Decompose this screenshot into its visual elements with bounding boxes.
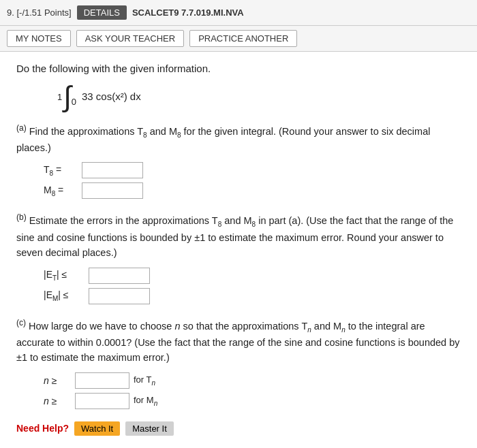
- n-mn-row: n ≥ for Mn: [44, 393, 461, 409]
- part-a: (a) Find the approximations T8 and M8 fo…: [16, 122, 461, 199]
- upper-limit: 1: [57, 92, 62, 102]
- et-row: |ET| ≤: [44, 268, 461, 284]
- part-b-letter: (b): [16, 212, 27, 222]
- n-mn-label: n ≥: [44, 396, 71, 406]
- master-it-button[interactable]: Master It: [125, 421, 174, 436]
- part-a-letter: (a): [16, 123, 27, 133]
- need-help-section: Need Help? Watch It Master It: [16, 421, 461, 436]
- em-input[interactable]: [89, 288, 150, 304]
- n-mn-input[interactable]: [75, 393, 129, 409]
- n-tn-suffix: for Tn: [134, 374, 155, 387]
- n-tn-label: n ≥: [44, 375, 71, 386]
- t8-row: T8 =: [44, 162, 461, 178]
- part-c-letter: (c): [16, 318, 26, 327]
- em-label: |EM| ≤: [44, 289, 84, 302]
- need-help-label: Need Help?: [16, 423, 69, 434]
- lower-limit: 0: [72, 97, 76, 107]
- n-tn-input[interactable]: [75, 372, 129, 389]
- part-c-text: (c) How large do we have to choose n so …: [16, 317, 461, 366]
- nav-bar: MY NOTES ASK YOUR TEACHER PRACTICE ANOTH…: [0, 26, 477, 52]
- top-bar: 9. [-/1.51 Points] DETAILS SCALCET9 7.7.…: [0, 0, 477, 26]
- t8-label: T8 =: [44, 164, 78, 177]
- part-b-fields: |ET| ≤ |EM| ≤: [44, 268, 461, 304]
- watch-it-button[interactable]: Watch It: [74, 421, 120, 436]
- et-input[interactable]: [89, 268, 150, 284]
- details-button[interactable]: DETAILS: [77, 5, 127, 20]
- et-label: |ET| ≤: [44, 269, 84, 282]
- n-tn-row: n ≥ for Tn: [44, 372, 461, 389]
- n-mn-suffix: for Mn: [134, 395, 157, 407]
- m8-row: M8 =: [44, 182, 461, 199]
- points-label: 9. [-/1.51 Points]: [7, 7, 72, 18]
- problem-intro: Do the following with the given informat…: [16, 63, 461, 74]
- practice-another-button[interactable]: PRACTICE ANOTHER: [189, 30, 297, 47]
- integral-symbol: ∫: [63, 84, 72, 110]
- ask-teacher-button[interactable]: ASK YOUR TEACHER: [76, 30, 184, 47]
- integrand: 33 cos(x²) dx: [82, 91, 141, 102]
- part-c-fields: n ≥ for Tn n ≥ for Mn: [44, 372, 461, 409]
- part-c: (c) How large do we have to choose n so …: [16, 317, 461, 409]
- m8-input[interactable]: [82, 182, 143, 199]
- part-b-text: (b) Estimate the errors in the approxima…: [16, 211, 461, 260]
- problem-code: SCALCET9 7.7.019.MI.NVA: [132, 7, 244, 18]
- m8-label: M8 =: [44, 185, 78, 197]
- my-notes-button[interactable]: MY NOTES: [7, 30, 71, 47]
- integral-display: 1 ∫ 0 33 cos(x²) dx: [57, 84, 461, 110]
- content-area: Do the following with the given informat…: [0, 52, 477, 448]
- em-row: |EM| ≤: [44, 288, 461, 304]
- part-b: (b) Estimate the errors in the approxima…: [16, 211, 461, 304]
- part-a-text: (a) Find the approximations T8 and M8 fo…: [16, 122, 461, 156]
- t8-input[interactable]: [82, 162, 143, 178]
- part-a-fields: T8 = M8 =: [44, 162, 461, 199]
